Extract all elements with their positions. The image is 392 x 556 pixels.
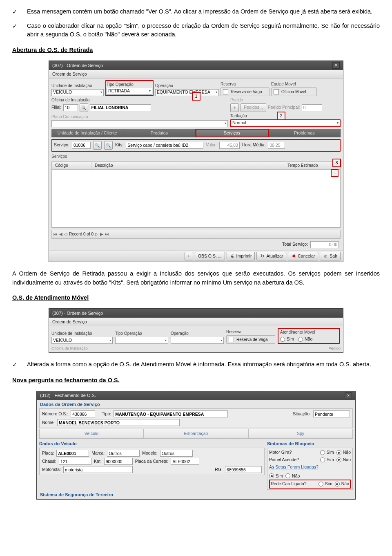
menu-bar[interactable]: Ordem de Serviço bbox=[49, 70, 343, 78]
chassi-input[interactable] bbox=[59, 458, 91, 465]
tab-servicos[interactable]: Serviços bbox=[196, 129, 269, 137]
bullet-text: Alterada a forma como a opção de O.S. de… bbox=[27, 360, 380, 370]
radio-nao[interactable]: Não bbox=[335, 481, 349, 487]
imprimir-button[interactable]: 🖨Imprimir bbox=[227, 252, 255, 260]
pedido-principal-input[interactable] bbox=[302, 104, 322, 111]
radio-sim[interactable]: Sim bbox=[280, 336, 294, 343]
tipo-operacao-select[interactable]: RETIRADA▾ bbox=[107, 88, 152, 95]
dados-ordem-panel: Número O.S.: Tipo: Situação: Nome: bbox=[39, 408, 353, 428]
rg-input[interactable] bbox=[225, 466, 262, 473]
q-painel-acende: Painel Acende? bbox=[269, 457, 299, 463]
radio-sim[interactable]: Sim bbox=[320, 457, 334, 463]
next-icon[interactable]: ▷ bbox=[95, 231, 98, 237]
tipo-input[interactable] bbox=[114, 410, 228, 417]
title-bar: (307) - Ordem de Serviço × bbox=[49, 61, 343, 70]
record-navigator[interactable]: ⏮ ◀ ◁ Record 0 of 0 ▷ ▶ ⏭ bbox=[51, 230, 341, 239]
pedido-label: Pedido bbox=[328, 345, 341, 351]
radio-nao[interactable]: Não bbox=[298, 336, 312, 343]
search-icon[interactable]: 🔍 bbox=[104, 141, 113, 150]
hora-media-label: Hora Média: bbox=[242, 142, 265, 148]
obs-os-button[interactable]: OBS O.S. ... bbox=[195, 252, 225, 260]
prev-icon[interactable]: ◁ bbox=[64, 231, 67, 237]
search-icon[interactable]: 🔍 bbox=[80, 103, 88, 112]
close-icon[interactable]: × bbox=[332, 62, 340, 69]
numero-os-input[interactable] bbox=[71, 410, 95, 417]
radio-nao[interactable]: Não bbox=[285, 473, 300, 480]
total-label: Total Serviço: bbox=[282, 241, 308, 248]
chevron-down-icon: ▾ bbox=[337, 121, 339, 126]
prev-icon[interactable]: ◀ bbox=[59, 231, 62, 237]
km-input[interactable] bbox=[104, 458, 133, 465]
menu-item[interactable]: Ordem de Serviço bbox=[52, 319, 87, 324]
oficina-movel-checkbox[interactable] bbox=[274, 89, 279, 94]
bullet-item: ✓ Caso o colaborador clicar na opção "Si… bbox=[12, 22, 380, 40]
pedidos-button[interactable]: Pedidos... bbox=[241, 103, 266, 112]
first-icon[interactable]: ⏮ bbox=[53, 231, 58, 237]
servico-nome-input[interactable] bbox=[126, 142, 203, 149]
operacao-select[interactable]: ▾ bbox=[171, 337, 224, 344]
filial-input[interactable] bbox=[63, 104, 78, 111]
situacao-input[interactable] bbox=[313, 410, 350, 417]
bullet-text: Essa mensagem contém um botão chamado "V… bbox=[27, 7, 380, 17]
nome-input[interactable] bbox=[57, 419, 180, 426]
servicos-group-label: Serviços bbox=[51, 153, 341, 159]
servico-cod-input[interactable] bbox=[72, 142, 91, 149]
q-setas-ligadas[interactable]: As Setas Foram Ligadas? bbox=[269, 464, 318, 471]
atualizar-button[interactable]: ↻Atualizar bbox=[256, 252, 286, 260]
operacao-select[interactable]: EQUIPAMENTO EMPRESA▾ bbox=[155, 89, 219, 96]
tab-embarcacao[interactable]: Embarcação bbox=[144, 429, 248, 438]
tab-problemas[interactable]: Problemas bbox=[269, 129, 341, 137]
window-title: (312) - Fechamento de O.S. bbox=[40, 392, 96, 399]
reserva-checkbox[interactable] bbox=[223, 89, 228, 94]
menu-bar[interactable]: Ordem de Serviço bbox=[49, 318, 343, 326]
tab-produtos[interactable]: Produtos bbox=[123, 129, 195, 137]
unidade-select[interactable]: VEÍCULO▾ bbox=[51, 337, 113, 344]
radio-sim[interactable]: Sim bbox=[320, 449, 334, 456]
total-input bbox=[310, 241, 339, 248]
plano-select[interactable]: ▾ bbox=[51, 120, 228, 127]
col-codigo: Código bbox=[52, 162, 91, 169]
cancelar-button[interactable]: ✖Cancelar bbox=[288, 252, 318, 260]
radio-nao[interactable]: Não bbox=[336, 449, 351, 456]
modelo-input[interactable] bbox=[160, 450, 193, 457]
group-plano-comunicacao: Plano Comunicação▾ bbox=[51, 114, 228, 127]
search-icon[interactable]: 🔍 bbox=[93, 141, 102, 150]
window-title: (307) - Ordem de Serviço bbox=[52, 310, 103, 317]
bullet-item: ✓ Essa mensagem contém um botão chamado … bbox=[12, 7, 380, 17]
kits-label: Kits: bbox=[115, 142, 123, 148]
field-tipo-operacao: Tipo OperaçãoRETIRADA▾ bbox=[105, 80, 154, 96]
modelo-label: Modelo: bbox=[142, 450, 157, 457]
km-label: Km: bbox=[94, 458, 102, 465]
printer-icon: 🖨 bbox=[230, 253, 235, 260]
plus-icon[interactable]: + bbox=[230, 103, 239, 112]
radio-nao[interactable]: Não bbox=[336, 457, 351, 463]
plus-icon[interactable]: + bbox=[185, 252, 193, 260]
minus-button[interactable]: − bbox=[331, 169, 339, 177]
last-icon[interactable]: ⏭ bbox=[105, 231, 109, 237]
reserva-label: Reserva de Vaga bbox=[236, 336, 268, 343]
tipo-operacao-select[interactable]: ▾ bbox=[115, 337, 168, 344]
field-reserva: ReservaReserva de Vaga bbox=[226, 329, 275, 344]
radio-sim[interactable]: Sim bbox=[318, 481, 332, 487]
title-bar: (312) - Fechamento de O.S.× bbox=[37, 391, 355, 400]
placa-input[interactable] bbox=[56, 450, 89, 457]
radio-sim[interactable]: Sim bbox=[269, 473, 283, 480]
tab-veiculo[interactable]: Veículo bbox=[39, 429, 144, 438]
sair-button[interactable]: ⎋Sair bbox=[320, 252, 341, 260]
close-icon[interactable]: × bbox=[345, 392, 352, 399]
placa-carreta-label: Placa da Carreta: bbox=[135, 458, 169, 465]
tab-unidade-cliente[interactable]: Unidade de Instalação / Cliente bbox=[51, 129, 123, 137]
tarifacao-select[interactable]: Normal▾ bbox=[230, 119, 341, 127]
paragraph-retirada: A Ordem de Serviço de Retirada passou a … bbox=[12, 269, 380, 287]
motorista-input[interactable] bbox=[63, 466, 133, 473]
tab-spy[interactable]: Spy bbox=[248, 429, 353, 438]
reserva-checkbox[interactable] bbox=[229, 337, 234, 342]
placa-carreta-input[interactable] bbox=[171, 458, 199, 465]
dados-ordem-heading: Dados da Ordem de Serviço bbox=[40, 401, 352, 408]
next-icon[interactable]: ▶ bbox=[100, 231, 103, 237]
filial-nome-input[interactable] bbox=[90, 104, 151, 111]
field-operacao: OperaçãoEQUIPAMENTO EMPRESA▾ bbox=[155, 83, 219, 96]
unidade-select[interactable]: VEÍCULO▾ bbox=[51, 89, 104, 96]
menu-item[interactable]: Ordem de Serviço bbox=[52, 72, 87, 76]
marca-input[interactable] bbox=[107, 450, 140, 457]
